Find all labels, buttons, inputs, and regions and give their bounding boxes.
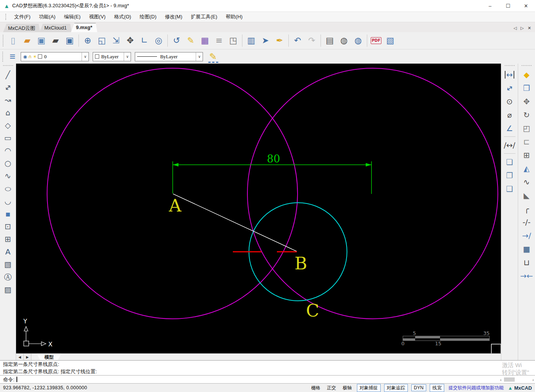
linetype-select[interactable]: ByLayer ∨ — [135, 52, 203, 61]
publish-web-icon[interactable]: ◍ — [337, 34, 351, 48]
scrollbar-thumb[interactable] — [504, 377, 515, 382]
menu-edit[interactable]: 编辑(E) — [60, 12, 85, 22]
drag-handle[interactable] — [3, 65, 13, 67]
dim-edit-icon[interactable]: ❏ — [503, 156, 517, 168]
chevron-down-icon[interactable]: ∨ — [196, 52, 203, 61]
zoom-in-out-icon[interactable]: ⊕ — [81, 34, 95, 48]
command-scrollbar[interactable]: ‹ › — [500, 377, 534, 382]
dimension-text[interactable]: 80 — [267, 153, 280, 165]
layer-onoff-icon[interactable]: ☀ — [33, 54, 37, 59]
color-palette-icon[interactable]: ▦ — [198, 34, 212, 48]
dim-update-icon[interactable]: ❑ — [503, 182, 517, 195]
close-button[interactable]: ✕ — [517, 0, 535, 11]
trim-icon[interactable]: →∕ — [520, 229, 533, 242]
redo-icon[interactable]: ↷ — [305, 34, 319, 48]
polyline-icon[interactable]: ↝ — [2, 93, 15, 106]
dimension-80[interactable] — [173, 161, 371, 194]
print-icon[interactable]: ▤ — [323, 34, 337, 48]
mirror-icon[interactable]: ◭ — [520, 162, 533, 175]
zoom-dynamic-icon[interactable]: ◎ — [152, 34, 165, 48]
fillet-icon[interactable]: ╭ — [520, 202, 533, 215]
quick-select-icon[interactable]: ➤ — [259, 34, 272, 48]
text-icon[interactable]: A — [2, 245, 15, 258]
dim-aligned-icon[interactable]: ↔ — [503, 82, 517, 94]
label-c[interactable]: C — [306, 300, 319, 321]
scroll-right-icon[interactable]: › — [532, 377, 534, 382]
toggle-osnap[interactable]: 对象捕捉 — [357, 384, 381, 392]
open-cloud-icon[interactable]: ▰ — [20, 34, 34, 48]
toggle-otrack[interactable]: 对象追踪 — [384, 384, 408, 392]
line-a-b[interactable] — [173, 194, 297, 251]
rectangle-icon[interactable]: ▭ — [2, 131, 15, 144]
array-icon[interactable]: ⊞ — [520, 149, 533, 161]
snap-together-icon[interactable]: →← — [520, 269, 533, 282]
export-image-icon[interactable]: ▧ — [383, 34, 397, 48]
point-icon[interactable]: ▪ — [2, 207, 15, 220]
tab-mxcad-cloud[interactable]: MxCAD云图 — [3, 24, 40, 32]
model-prev-icon[interactable]: ◀ — [16, 354, 24, 360]
dim-angular-icon[interactable]: ∠ — [503, 122, 517, 134]
zoom-previous-icon[interactable]: ↺ — [170, 34, 183, 48]
chamfer-icon[interactable]: ◣ — [520, 189, 533, 202]
menu-draw[interactable]: 绘图(D) — [135, 12, 160, 22]
menu-help[interactable]: 帮助(H) — [221, 12, 247, 22]
drawing-canvas[interactable]: 80 A B C — [16, 64, 501, 353]
drag-handle[interactable] — [522, 65, 532, 67]
save-as-icon[interactable]: ▣ — [63, 34, 77, 48]
polygon-icon[interactable]: ⌂ — [2, 106, 15, 119]
dim-diameter-icon[interactable]: ⌀ — [503, 108, 517, 121]
zoom-extents-icon[interactable]: ⇲ — [109, 34, 123, 48]
chevron-down-icon[interactable]: ∨ — [124, 52, 131, 61]
toggle-dyn[interactable]: DYN — [411, 384, 426, 391]
spline-icon[interactable]: ∿ — [2, 169, 15, 182]
erase-icon[interactable]: ◆ — [520, 68, 533, 81]
edit-spline-icon[interactable]: ∿ — [520, 175, 533, 188]
hatch-icon[interactable]: ▨ — [2, 283, 15, 296]
tab-close-icon[interactable]: ✕ — [528, 26, 531, 31]
menu-file[interactable]: 文件(F) — [10, 12, 35, 22]
layer-visible-icon[interactable]: ◉ — [23, 54, 27, 59]
construction-line-icon[interactable]: ↔ — [2, 81, 15, 93]
export-pdf-icon[interactable]: PDF — [369, 34, 383, 48]
magenta-circle-left[interactable] — [47, 68, 298, 319]
text-style-icon[interactable]: ▥ — [244, 34, 258, 48]
chevron-down-icon[interactable]: ∨ — [82, 52, 88, 61]
block-edit-icon[interactable]: ◳ — [226, 34, 240, 48]
label-b[interactable]: B — [294, 253, 307, 274]
match-properties-icon[interactable]: ✒ — [273, 34, 286, 48]
line-icon[interactable]: ╱ — [2, 68, 15, 81]
maximize-button[interactable]: ☐ — [499, 0, 517, 11]
pan-icon[interactable]: ✥ — [123, 34, 137, 48]
command-prompt-row[interactable]: 命令: — [0, 375, 535, 383]
insert-block-icon[interactable]: ⊡ — [2, 220, 15, 233]
dim-radius-icon[interactable]: ⊙ — [503, 95, 517, 108]
layers-icon[interactable]: ≡ — [10, 51, 15, 62]
dim-linear-icon[interactable]: ↔ — [503, 68, 517, 81]
scroll-left-icon[interactable]: ‹ — [500, 377, 502, 382]
drag-handle[interactable] — [5, 14, 7, 20]
layer-manager-icon[interactable]: ≡ — [212, 34, 226, 48]
feedback-link[interactable]: 提交软件问题或增加新功能 — [448, 385, 504, 391]
arc-icon[interactable]: ◠ — [2, 144, 15, 157]
create-block-icon[interactable]: ⊞ — [2, 233, 15, 245]
web-edit-icon[interactable]: ◍ — [351, 34, 365, 48]
minimize-button[interactable]: – — [481, 0, 499, 11]
drag-handle[interactable] — [3, 35, 5, 46]
toggle-lineweight[interactable]: 线宽 — [430, 384, 444, 392]
menu-ext-tools[interactable]: 扩展工具(E) — [187, 12, 221, 22]
move-icon[interactable]: ✥ — [520, 95, 533, 108]
open-file-icon[interactable]: ▰ — [49, 34, 62, 48]
circle-icon[interactable]: ○ — [2, 157, 15, 169]
new-file-icon[interactable]: ▯ — [6, 34, 20, 48]
tab-mxcloud1[interactable]: MxCloud1 — [39, 24, 72, 32]
copy-icon[interactable]: ❒ — [520, 82, 533, 94]
layer-lock-icon[interactable]: ∩ — [28, 54, 32, 59]
image-icon[interactable]: ▧ — [2, 258, 15, 271]
dim-quick-icon[interactable]: ∕↔∕ — [503, 139, 517, 151]
menu-view[interactable]: 视图(V) — [85, 12, 110, 22]
drag-handle[interactable] — [2, 52, 4, 62]
menu-function[interactable]: 功能(A) — [35, 12, 60, 22]
model-next-icon[interactable]: ▶ — [24, 354, 31, 360]
sketch-pencil-icon[interactable]: ✎ — [184, 34, 198, 48]
join-icon[interactable]: ⊔ — [520, 256, 533, 269]
